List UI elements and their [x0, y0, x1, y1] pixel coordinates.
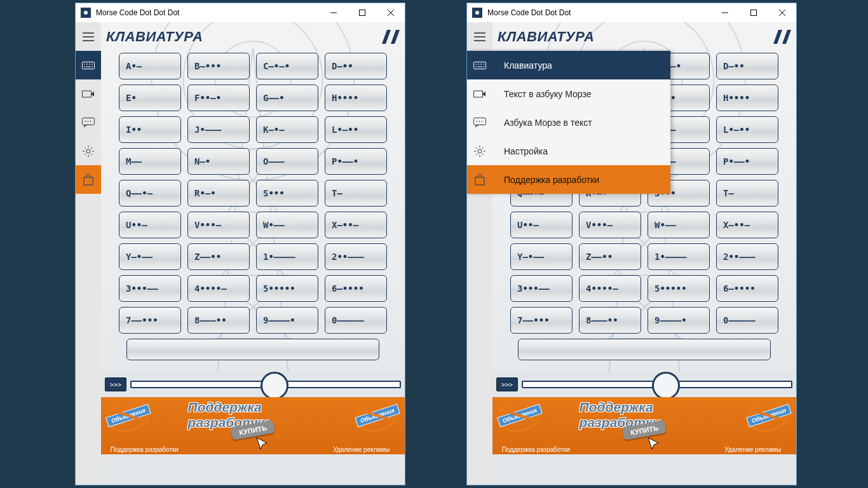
- morse-key[interactable]: X–••–: [325, 212, 387, 238]
- sidebar-item-support[interactable]: [76, 165, 101, 194]
- sidebar-item-settings[interactable]: [76, 137, 101, 165]
- nav-item-keyboard[interactable]: Клавиатура: [467, 51, 670, 79]
- morse-key[interactable]: 6–••••: [325, 275, 387, 302]
- window-title: Morse Code Dot Dot Dot: [96, 8, 319, 17]
- speed-slider[interactable]: [130, 381, 401, 388]
- morse-key[interactable]: Z––••: [187, 243, 250, 270]
- nav-item-settings[interactable]: Настройка: [467, 137, 670, 165]
- svg-rect-21: [475, 177, 484, 185]
- ad-stamp-left: Объявления: [102, 393, 154, 437]
- morse-key[interactable]: X–••–: [716, 212, 778, 238]
- morse-key[interactable]: L•–••: [716, 116, 778, 143]
- morse-key[interactable]: P•––•: [716, 148, 778, 175]
- minimize-button[interactable]: [710, 3, 739, 22]
- morse-key[interactable]: E•: [119, 85, 181, 111]
- slider-knob[interactable]: [652, 372, 680, 400]
- morse-key[interactable]: 1•––––: [648, 243, 710, 270]
- morse-key[interactable]: I••: [119, 116, 181, 143]
- maximize-button[interactable]: [348, 3, 376, 22]
- sidebar-item-to-morse[interactable]: [76, 79, 101, 108]
- to-morse-icon: [467, 89, 492, 99]
- hamburger-button[interactable]: [467, 22, 492, 51]
- nav-item-support[interactable]: Поддержка разработки: [467, 165, 670, 194]
- morse-key[interactable]: 7––•••: [510, 307, 573, 334]
- morse-key[interactable]: J•–––: [187, 116, 250, 143]
- morse-key[interactable]: R•–•: [187, 180, 250, 207]
- morse-key[interactable]: V•••–: [187, 212, 250, 238]
- morse-key[interactable]: 9––––•: [256, 307, 318, 334]
- morse-key[interactable]: P•––•: [325, 148, 387, 175]
- morse-key[interactable]: H••••: [716, 85, 778, 111]
- play-button[interactable]: >>>: [105, 377, 126, 391]
- morse-key[interactable]: O–––: [256, 148, 318, 175]
- nav-item-to_morse[interactable]: Текст в азбуку Морзе: [467, 79, 670, 108]
- morse-key[interactable]: 3•••––: [510, 275, 573, 302]
- sidebar: [76, 22, 101, 485]
- morse-key[interactable]: 0–––––: [716, 307, 778, 334]
- morse-key[interactable]: 5•••••: [648, 275, 710, 302]
- morse-key[interactable]: 1•––––: [256, 243, 318, 270]
- morse-key[interactable]: 2••–––: [716, 243, 778, 270]
- morse-key[interactable]: Y–•––: [119, 243, 181, 270]
- morse-key[interactable]: A•–: [119, 53, 181, 79]
- morse-key[interactable]: 9––––•: [648, 307, 710, 334]
- speed-slider[interactable]: [522, 381, 792, 388]
- page-header: КЛАВИАТУРА: [101, 22, 405, 51]
- morse-key[interactable]: 7––•••: [119, 307, 181, 334]
- morse-key[interactable]: L•–••: [325, 116, 387, 143]
- svg-rect-17: [474, 62, 486, 69]
- svg-rect-4: [83, 91, 92, 97]
- morse-key[interactable]: 4••••–: [579, 275, 641, 302]
- morse-key[interactable]: 5•••••: [256, 275, 318, 302]
- page-header: КЛАВИАТУРА: [492, 22, 796, 51]
- morse-key[interactable]: C–•–•: [256, 53, 318, 79]
- morse-key[interactable]: H••••: [325, 85, 387, 111]
- morse-key[interactable]: D–••: [325, 53, 387, 79]
- sidebar-item-to-text[interactable]: [76, 108, 101, 137]
- morse-key[interactable]: N–•: [187, 148, 250, 175]
- morse-key[interactable]: S•••: [256, 180, 318, 207]
- titlebar: Morse Code Dot Dot Dot: [76, 3, 405, 22]
- playback-bar: >>>: [101, 372, 405, 397]
- close-button[interactable]: [376, 3, 405, 22]
- space-key[interactable]: [126, 339, 379, 360]
- content-area: КЛАВИАТУРА A•–B–•••C–•–•D–••E•F••–•G––•H…: [101, 22, 405, 485]
- maximize-button[interactable]: [739, 3, 768, 22]
- hamburger-button[interactable]: [76, 22, 101, 51]
- gear-icon: [467, 146, 492, 157]
- morse-key[interactable]: 8–––••: [187, 307, 250, 334]
- slider-knob[interactable]: [261, 372, 288, 400]
- space-key[interactable]: [518, 339, 771, 360]
- morse-key[interactable]: 6–••••: [716, 275, 778, 302]
- morse-key[interactable]: W•––: [256, 212, 318, 238]
- morse-key[interactable]: K–•–: [256, 116, 318, 143]
- morse-key[interactable]: 4••••–: [187, 275, 250, 302]
- morse-key[interactable]: V•••–: [579, 212, 641, 238]
- morse-key[interactable]: U••–: [510, 212, 573, 238]
- morse-key[interactable]: 0–––––: [325, 307, 387, 334]
- morse-key[interactable]: F••–•: [187, 85, 250, 111]
- morse-key[interactable]: 8–––••: [579, 307, 641, 334]
- morse-key[interactable]: B–•••: [187, 53, 250, 79]
- morse-key[interactable]: Y–•––: [510, 243, 573, 270]
- morse-key[interactable]: G––•: [256, 85, 318, 111]
- morse-key[interactable]: D–••: [716, 53, 778, 79]
- nav-item-to_text[interactable]: Азбука Морзе в текст: [467, 108, 670, 137]
- ad-banner[interactable]: Объявления Поддержка разработки Поддержк…: [101, 397, 405, 454]
- morse-key[interactable]: T–: [716, 180, 778, 207]
- morse-key[interactable]: 3•••––: [119, 275, 181, 302]
- morse-key[interactable]: Q––•–: [119, 180, 181, 207]
- morse-key[interactable]: M––: [119, 148, 181, 175]
- minimize-button[interactable]: [319, 3, 348, 22]
- morse-key[interactable]: U••–: [119, 212, 181, 238]
- morse-key[interactable]: Z––••: [579, 243, 641, 270]
- close-button[interactable]: [768, 3, 796, 22]
- morse-key[interactable]: T–: [325, 180, 387, 207]
- play-button[interactable]: >>>: [496, 377, 518, 391]
- page-title: КЛАВИАТУРА: [498, 29, 594, 45]
- morse-key[interactable]: 2••–––: [325, 243, 387, 270]
- morse-key[interactable]: W•––: [648, 212, 710, 238]
- ad-banner[interactable]: Объявления Поддержка разработки Поддержк…: [492, 397, 796, 454]
- logo-slashes: [378, 30, 400, 44]
- sidebar-item-keyboard[interactable]: [76, 51, 101, 79]
